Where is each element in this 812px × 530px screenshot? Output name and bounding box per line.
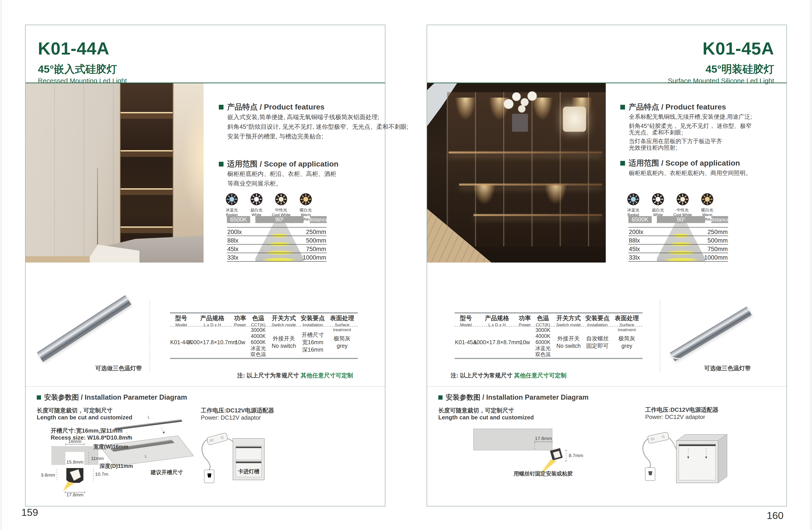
svg-text:17.8mm: 17.8mm — [535, 436, 552, 441]
power-adaptor — [647, 432, 669, 444]
custom-size-note: 注: 以上尺寸为常规尺寸 其他任意尺寸可定制 — [451, 372, 566, 379]
lux-row: 88lx500mm — [628, 236, 728, 244]
cabinet: 卡进灯槽 — [233, 438, 264, 480]
adaptor-cabinet-diagram: 卡进灯槽 — [199, 425, 266, 488]
spec-table: 型号Model 产品规格L x D x H 功率Power 色温CCT(K) 开… — [170, 312, 358, 359]
model-code: K01-44A — [38, 40, 110, 57]
length-note-cn: 长度可随意裁切，可定制尺寸 — [438, 407, 514, 415]
svg-text:深度(D)11mm: 深度(D)11mm — [99, 463, 133, 469]
install-section-title: 安装参数图 / Installation Parameter Diagram — [438, 393, 589, 402]
svg-text:15.8mm: 15.8mm — [67, 459, 83, 464]
lux-row: 88lx500mm — [227, 236, 327, 244]
lux-value: 88lx — [227, 237, 238, 244]
spread-edge-right — [811, 0, 811, 530]
page-number-left: 159 — [21, 507, 38, 518]
spec-cell-switch: 外接开关No switch — [269, 326, 299, 358]
lux-value: 45lx — [629, 246, 640, 253]
power-note-en: Power: DC12V adaptor — [201, 414, 261, 421]
photo-handbag — [563, 107, 586, 132]
sun-icon — [272, 193, 291, 206]
section-title-features: 产品特点 / Product features — [219, 102, 324, 112]
green-square-icon — [37, 395, 41, 400]
svg-text:9.8mm: 9.8mm — [41, 472, 55, 477]
model-code: K01-45A — [702, 40, 774, 57]
catalog-page-left: K01-44A 45°嵌入式硅胶灯 Recessed Mounting Led … — [25, 25, 386, 506]
vertical-dashed-divider — [149, 300, 150, 372]
power-note-cn: 工作电压:DC12V电源适配器 — [201, 407, 274, 415]
spec-cell-surface: 极简灰grey — [327, 326, 358, 358]
distance-value: 750mm — [306, 246, 326, 253]
spec-table-row: K01-44A 1000×17.8×10.7mm 10w 3000K4000K6… — [170, 326, 358, 358]
scope-line: 等商业空间展示柜。 — [227, 180, 282, 187]
sun-icon — [296, 193, 315, 206]
sun-icon — [698, 193, 717, 206]
svg-text:8.7mm: 8.7mm — [569, 453, 583, 458]
green-square-icon — [620, 161, 625, 166]
power-adaptor — [206, 433, 228, 445]
strip-caption: 可选做三色温灯带 — [93, 364, 144, 372]
lux-row: 45lx750mm — [227, 244, 327, 253]
photo-lit-display-cabinet — [120, 83, 173, 263]
distance-value: 750mm — [708, 246, 728, 253]
install-section-title: 安装参数图 / Installation Parameter Diagram — [37, 393, 187, 402]
spec-cell-install: 开槽尺寸宽16mm深16mm — [299, 326, 327, 358]
lux-row: 200lx250mm — [227, 227, 327, 236]
spec-cell-cct: 3000K4000K6000K冰蓝光双色温 — [533, 326, 553, 358]
page-number-right: 160 — [767, 510, 784, 521]
led-strip — [236, 447, 261, 448]
spec-cell-power: 10w — [517, 326, 533, 358]
photometry-diagram: 6500K 900 distance 200lx250mm 88lx500mm … — [227, 216, 327, 262]
power-note-cn: 工作电压:DC12V电源适配器 — [645, 406, 718, 414]
length-note-cn: 长度可随意裁切，可定制尺寸 — [37, 407, 113, 415]
spec-table-row: K01-45A 1000×17.8×8.7mm 10w 3000K4000K60… — [455, 326, 642, 358]
distance-value: 1000mm — [303, 254, 326, 261]
catalog-page-right: K01-45A 45°明装硅胶灯 Surface Mounted Silicon… — [426, 25, 787, 506]
adaptor-cabinet-diagram — [639, 425, 735, 490]
led-strip — [236, 462, 261, 463]
section-title-scope: 适用范围 / Scope of application — [620, 158, 740, 168]
feature-line: 斜角45°防炫目设计, 见光不见灯, 迷你型极窄、无光点、柔和不刺眼; — [227, 123, 408, 131]
photo-white-roses — [502, 85, 538, 115]
green-square-icon — [620, 105, 625, 110]
sun-icon — [624, 193, 643, 206]
lux-value: 200lx — [227, 229, 242, 236]
lux-value: 88lx — [629, 237, 640, 244]
distance-value: 500mm — [306, 237, 326, 244]
spec-cell-size: 1000×17.8×10.7mm — [192, 326, 232, 358]
lux-row: 33lx1000mm — [628, 253, 728, 261]
photometry-diagram: 6500K 900 distance 200lx250mm 88lx500mm … — [628, 216, 728, 262]
spec-table-header: 型号Model 产品规格L x D x H 功率Power 色温CCT(K) 开… — [170, 313, 358, 326]
product-strip-photo — [41, 295, 140, 363]
lux-row: 45lx750mm — [628, 244, 728, 253]
lux-value: 33lx — [629, 254, 640, 261]
green-square-icon — [219, 105, 223, 110]
distance-value: 500mm — [708, 237, 728, 244]
spec-cell-install: 自攻螺丝固定即可 — [584, 326, 611, 358]
cct-bar: 6500K — [227, 216, 250, 223]
sun-icon — [222, 193, 241, 206]
vertical-dashed-divider — [660, 300, 660, 372]
photo-lit-shelf — [449, 152, 602, 153]
distance-value: 250mm — [708, 229, 728, 236]
showcase-photo-bedroom — [26, 83, 204, 263]
photo-lit-shelf — [459, 183, 602, 185]
horizontal-dashed-divider — [427, 386, 786, 387]
cct-bar: 6500K — [628, 216, 652, 223]
photo-gold-handle — [97, 168, 98, 245]
product-strip-photo — [671, 295, 752, 363]
feature-line: 嵌入式安装,简单便捷, 高端无氧铜端子线极简灰铝面处理; — [227, 113, 379, 121]
lux-row: 33lx1000mm — [227, 253, 327, 261]
lux-row: 200lx250mm — [628, 227, 728, 236]
spec-cell-power: 10w — [232, 326, 248, 358]
svg-text:用螺丝钉固定安装或粘胶: 用螺丝钉固定安装或粘胶 — [513, 471, 573, 477]
lux-value: 33lx — [227, 254, 238, 261]
spec-cell-size: 1000×17.8×8.7mm — [477, 326, 517, 358]
svg-text:17.8mm: 17.8mm — [67, 492, 83, 497]
horizontal-dashed-divider — [26, 386, 385, 387]
photo-side-wall — [174, 83, 204, 263]
svg-text:宽度(W)16mm: 宽度(W)16mm — [93, 444, 128, 450]
length-note-en: Length can be cut and customized — [438, 414, 534, 421]
spec-table: 型号Model 产品规格L x D x H 功率Power 色温CCT(K) 开… — [455, 312, 642, 359]
section-title-features: 产品特点 / Product features — [620, 102, 726, 112]
svg-text:L: L — [148, 415, 150, 419]
